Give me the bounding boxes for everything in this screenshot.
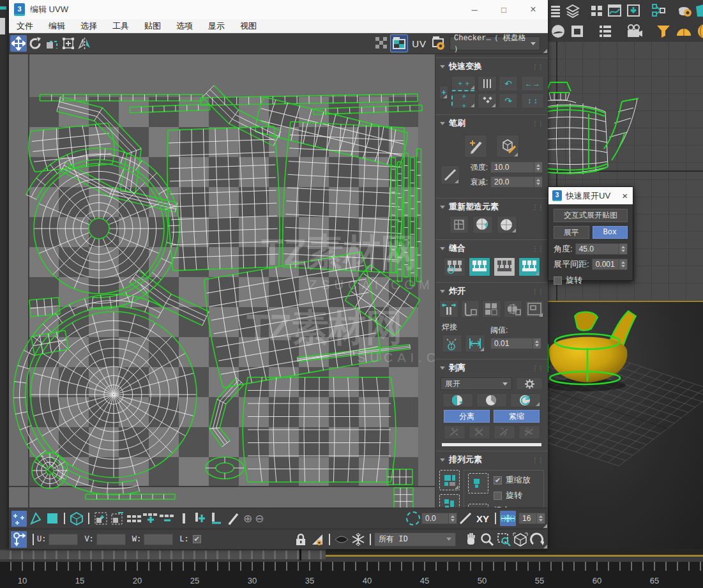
- video-camera-icon[interactable]: [626, 23, 642, 40]
- break-button[interactable]: [439, 300, 458, 318]
- menu-select[interactable]: 选择: [80, 20, 97, 32]
- menu-options[interactable]: 选项: [176, 20, 193, 32]
- uv-canvas[interactable]: TZ素材网 ZSUCAI.COM TZ素材网 SUCAI.COM: [9, 54, 435, 508]
- menu-edit[interactable]: 编辑: [49, 20, 65, 32]
- rescale-checkbox[interactable]: ✔: [494, 476, 502, 485]
- freeform-tool-icon[interactable]: [60, 35, 77, 52]
- sphere-icon[interactable]: [550, 23, 566, 40]
- dialog-title-bar[interactable]: 3 快速展开UV ×: [548, 187, 633, 204]
- w-field[interactable]: [144, 534, 173, 545]
- strength-field[interactable]: 10.0: [490, 162, 543, 173]
- quick-peel-button[interactable]: [442, 393, 473, 407]
- flatten-mapping-button[interactable]: [525, 300, 544, 318]
- move-tool-icon[interactable]: [10, 35, 27, 52]
- funnel-icon[interactable]: [655, 23, 672, 40]
- falloff-spinner[interactable]: [534, 177, 542, 187]
- rotate-ccw-button[interactable]: ↶: [499, 76, 518, 91]
- grid-boxes-icon[interactable]: [589, 3, 605, 19]
- section-header[interactable]: 重新塑造元素⋮⋮: [435, 198, 548, 215]
- pack-normalize-button[interactable]: [439, 470, 460, 490]
- unpin-selected-button[interactable]: [518, 425, 540, 439]
- spacing-field[interactable]: 0.001: [592, 259, 628, 270]
- shrink-selection-icon[interactable]: [109, 510, 126, 527]
- render-production-icon[interactable]: [625, 3, 642, 19]
- spacing-spinner[interactable]: [619, 259, 627, 269]
- time-slider-handle[interactable]: [299, 549, 301, 561]
- menu-view[interactable]: 视图: [240, 20, 257, 32]
- grow-selection-icon[interactable]: [93, 510, 109, 527]
- falloff-line-icon[interactable]: [457, 510, 474, 527]
- stitch-average-button[interactable]: [494, 257, 515, 276]
- render-setup-teapot-icon[interactable]: [676, 3, 693, 19]
- brush-grow-icon[interactable]: ⊕: [243, 512, 252, 525]
- rotate-tool-icon[interactable]: [27, 35, 43, 52]
- detach-button[interactable]: 分离: [444, 410, 490, 423]
- minimize-button[interactable]: ─: [460, 5, 489, 15]
- show-checker-map-icon[interactable]: [390, 34, 408, 52]
- section-header[interactable]: 笔刷⋮⋮: [435, 114, 548, 131]
- pinch-button[interactable]: 紧缩: [494, 410, 540, 423]
- face-mode-icon[interactable]: [68, 510, 85, 527]
- dialog-rotate-checkbox[interactable]: [554, 276, 562, 285]
- map-options-icon[interactable]: [430, 35, 447, 52]
- track-ruler[interactable]: 101520253035404550556065: [0, 562, 703, 588]
- edge-loop-icon[interactable]: [126, 510, 142, 527]
- ring-grow-icon[interactable]: [192, 510, 209, 527]
- section-header[interactable]: 缝合⋮⋮: [435, 239, 548, 256]
- filter-selected-faces-icon[interactable]: [309, 531, 326, 548]
- weld-custom-button[interactable]: [442, 335, 462, 352]
- paint-select-button[interactable]: [11, 510, 27, 527]
- threshold-spinner[interactable]: [533, 338, 541, 349]
- peel-mode-button[interactable]: [476, 393, 507, 407]
- grid-size-field[interactable]: 16: [518, 513, 545, 524]
- brush-shrink-icon[interactable]: ⊖: [255, 512, 264, 525]
- stitch-custom-button[interactable]: [444, 257, 465, 276]
- paint-brush-icon[interactable]: [225, 510, 242, 527]
- u-field[interactable]: [49, 534, 78, 545]
- angle-spinner[interactable]: [619, 244, 627, 254]
- lock-selection-icon[interactable]: [292, 531, 309, 548]
- relax-button[interactable]: [497, 216, 517, 234]
- hide-selected-icon[interactable]: [333, 531, 350, 548]
- edge-mode-icon[interactable]: [44, 510, 61, 527]
- menu-display[interactable]: 显示: [208, 20, 225, 32]
- vertex-mode-icon[interactable]: [27, 510, 44, 527]
- pack-custom-button[interactable]: [439, 494, 460, 508]
- array-list-icon[interactable]: [598, 23, 613, 40]
- v-field[interactable]: [96, 534, 126, 545]
- align-vertical-button[interactable]: [478, 76, 497, 91]
- pan-hand-icon[interactable]: [462, 531, 479, 548]
- show-map-seams-icon[interactable]: [374, 35, 390, 52]
- weld-selected-button[interactable]: [465, 335, 485, 352]
- scale-tool-icon[interactable]: [43, 35, 60, 52]
- falloff-field[interactable]: 20.0: [490, 176, 543, 188]
- align-horizontal-button[interactable]: ＋＋: [451, 76, 476, 91]
- zoom-region-icon[interactable]: [495, 531, 512, 548]
- menu-mapping[interactable]: 贴图: [144, 20, 161, 32]
- section-header[interactable]: 剥离⋮⋮: [435, 359, 548, 375]
- pack-together-button[interactable]: [468, 473, 488, 494]
- grid-size-spinner[interactable]: [536, 513, 545, 524]
- peel-mode-dropdown[interactable]: 展开: [441, 377, 512, 390]
- interactive-peel-button[interactable]: 交互式展开贴图: [554, 209, 628, 222]
- relax-brush-button[interactable]: [496, 135, 519, 158]
- dialog-close-button[interactable]: ×: [622, 190, 628, 201]
- falloff-space-label[interactable]: XY: [476, 513, 489, 524]
- viewport-perspective[interactable]: [548, 302, 703, 555]
- freeze-selected-icon[interactable]: [350, 531, 367, 548]
- sphere-orange-icon[interactable]: [696, 23, 703, 40]
- absolute-typein-button[interactable]: [10, 531, 27, 548]
- strength-spinner[interactable]: [534, 162, 542, 172]
- space-h-arrows-button[interactable]: ←→: [521, 76, 544, 91]
- dome-icon[interactable]: [676, 23, 692, 40]
- section-header[interactable]: 炸开⋮⋮: [435, 282, 548, 299]
- move-brush-button[interactable]: [464, 135, 487, 158]
- unpin-tool-button[interactable]: [469, 425, 490, 439]
- rotate-cw-button[interactable]: ↷: [499, 93, 518, 109]
- mirror-tool-icon[interactable]: [77, 35, 93, 52]
- soft-selection-field[interactable]: 0.0: [421, 513, 457, 524]
- close-button[interactable]: ×: [518, 4, 548, 15]
- pin-selected-button[interactable]: [494, 425, 515, 439]
- falloff-curve-button[interactable]: [441, 165, 460, 185]
- detach-edge-verts-button[interactable]: [461, 300, 480, 318]
